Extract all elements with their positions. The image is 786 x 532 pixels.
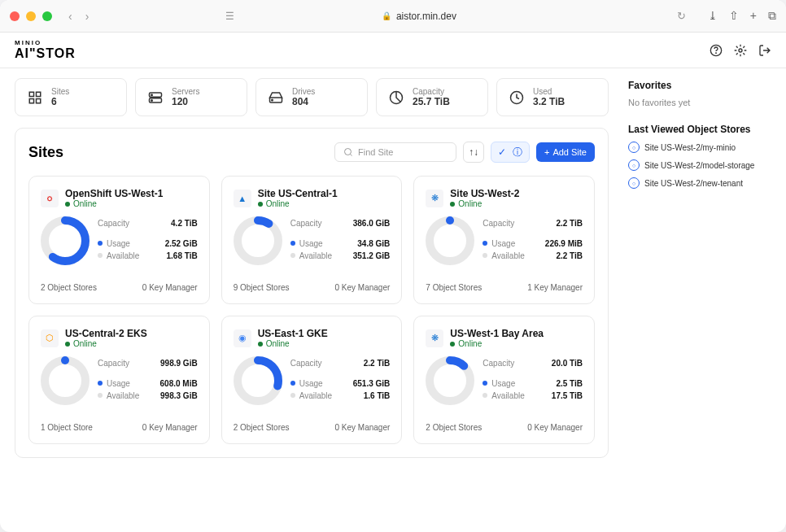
reload-icon[interactable]: ↻	[677, 10, 686, 22]
window-maximize[interactable]	[42, 11, 52, 21]
usage-value: 226.9 MiB	[545, 239, 583, 248]
usage-dot	[98, 381, 103, 386]
browser-chrome: ‹ › ☰ 🔒 aistor.min.dev ↻ ⤓ ⇧ + ⧉	[0, 0, 786, 33]
viewed-item[interactable]: ○Site US-West-2/my-minio	[628, 142, 771, 153]
usage-dot	[290, 381, 295, 386]
available-value: 351.2 GiB	[353, 251, 391, 260]
key-manager-count: 0 Key Manager	[527, 423, 583, 432]
svg-point-21	[45, 360, 85, 401]
stat-label: Used	[533, 87, 565, 96]
stat-label: Capacity	[413, 87, 450, 96]
available-dot	[483, 253, 487, 258]
site-name: US-Central-2 EKS	[65, 328, 198, 339]
help-icon[interactable]	[710, 44, 723, 57]
viewed-item[interactable]: ○Site US-West-2/model-storage	[628, 159, 771, 171]
right-sidebar: Favorites No favorites yet Last Viewed O…	[623, 68, 786, 532]
site-card[interactable]: ❋ Site US-West-2 Online Capacity 2.2 TiB	[413, 176, 595, 304]
capacity-value: 998.9 GiB	[160, 359, 198, 368]
object-stores-count: 7 Object Stores	[426, 283, 482, 292]
key-manager-count: 0 Key Manager	[142, 423, 198, 432]
url-bar[interactable]: 🔒 aistor.min.dev	[256, 11, 582, 22]
add-site-button[interactable]: + Add Site	[536, 142, 595, 162]
site-provider-icon: ⬡	[41, 329, 59, 347]
stat-card-sites[interactable]: Sites 6	[15, 78, 127, 116]
download-icon[interactable]: ⤓	[708, 9, 718, 23]
favorites-title: Favorites	[628, 80, 771, 91]
sidebar-toggle-icon[interactable]: ☰	[225, 11, 234, 22]
nav-back[interactable]: ‹	[68, 10, 72, 23]
filter-status-button[interactable]: ✓ ⓘ	[491, 142, 530, 163]
window-close[interactable]	[10, 11, 20, 21]
drive-icon	[268, 89, 284, 106]
svg-point-10	[151, 99, 153, 101]
stat-card-drives[interactable]: Drives 804	[255, 78, 368, 116]
viewed-title: Last Viewed Object Stores	[628, 124, 771, 135]
stat-value: 6	[51, 96, 69, 107]
svg-rect-4	[37, 92, 41, 96]
search-icon	[343, 147, 353, 157]
site-card[interactable]: ⭘ OpenShift US-West-1 Online Capacity 4.…	[28, 176, 210, 304]
site-provider-icon: ❋	[426, 190, 443, 207]
available-dot	[98, 253, 103, 258]
available-label: Available	[107, 391, 156, 400]
usage-label: Usage	[107, 379, 156, 388]
stat-card-used[interactable]: Used 3.2 TiB	[496, 78, 609, 116]
key-manager-count: 0 Key Manager	[335, 283, 391, 292]
object-stores-count: 9 Object Stores	[234, 283, 290, 292]
tabs-icon[interactable]: ⧉	[768, 9, 776, 23]
nav-forward[interactable]: ›	[85, 10, 90, 23]
search-input[interactable]: Find Site	[334, 142, 456, 162]
site-status: Online	[450, 199, 583, 208]
capacity-value: 20.0 TiB	[552, 359, 583, 368]
object-store-icon: ○	[628, 142, 640, 153]
capacity-value: 386.0 GiB	[353, 219, 391, 228]
site-card[interactable]: ⬡ US-Central-2 EKS Online Capacity 998.9…	[28, 316, 210, 444]
site-card[interactable]: ◉ US-East-1 GKE Online Capacity 2.2 TiB	[221, 316, 403, 444]
sort-button[interactable]: ↑↓	[463, 142, 484, 163]
capacity-value: 4.2 TiB	[171, 219, 198, 228]
stat-value: 25.7 TiB	[413, 96, 450, 107]
site-provider-icon: ⭘	[41, 190, 59, 207]
usage-label: Usage	[299, 379, 349, 388]
object-stores-count: 1 Object Store	[41, 423, 93, 432]
site-card[interactable]: ❋ US-West-1 Bay Area Online Capacity 20.…	[413, 316, 595, 444]
stat-card-capacity[interactable]: Capacity 25.7 TiB	[376, 78, 488, 116]
app-header: MINIO AI"STOR	[0, 33, 786, 68]
capacity-donut	[426, 356, 474, 405]
object-store-icon: ○	[628, 159, 640, 171]
app-logo[interactable]: MINIO AI"STOR	[15, 40, 76, 61]
site-name: Site US-West-2	[450, 188, 583, 199]
usage-value: 2.52 GiB	[165, 239, 198, 248]
page-title: Sites	[28, 144, 63, 161]
svg-point-2	[739, 49, 742, 52]
window-minimize[interactable]	[26, 11, 36, 21]
site-provider-icon: ◉	[234, 329, 251, 347]
stat-card-servers[interactable]: Servers 120	[135, 78, 247, 116]
add-tab-icon[interactable]: +	[750, 9, 757, 23]
available-value: 17.5 TiB	[552, 391, 583, 400]
logout-icon[interactable]	[758, 44, 771, 57]
capacity-label: Capacity	[98, 219, 129, 228]
sites-panel: Sites Find Site ↑↓ ✓ ⓘ + Ad	[15, 128, 609, 458]
stat-label: Servers	[172, 87, 199, 96]
favorites-empty: No favorites yet	[628, 98, 771, 107]
check-icon: ✓	[498, 146, 506, 158]
server-icon	[147, 89, 164, 106]
available-value: 2.2 TiB	[556, 251, 583, 260]
padlock-icon: 🔒	[382, 11, 391, 20]
usage-dot	[98, 241, 103, 246]
usage-value: 2.5 TiB	[556, 379, 583, 388]
share-icon[interactable]: ⇧	[729, 9, 739, 23]
object-stores-count: 2 Object Stores	[426, 423, 482, 432]
available-value: 1.68 TiB	[166, 251, 197, 260]
plus-icon: +	[544, 147, 549, 157]
capacity-value: 2.2 TiB	[556, 219, 583, 228]
usage-dot	[290, 241, 295, 246]
viewed-item[interactable]: ○Site US-West-2/new-tenant	[628, 177, 771, 189]
svg-point-19	[430, 220, 470, 261]
usage-label: Usage	[299, 239, 354, 248]
usage-value: 608.0 MiB	[160, 379, 198, 388]
site-card[interactable]: ▲ Site US-Central-1 Online Capacity 386.…	[221, 176, 403, 304]
nav-arrows: ‹ ›	[68, 10, 89, 23]
settings-icon[interactable]	[734, 44, 747, 57]
